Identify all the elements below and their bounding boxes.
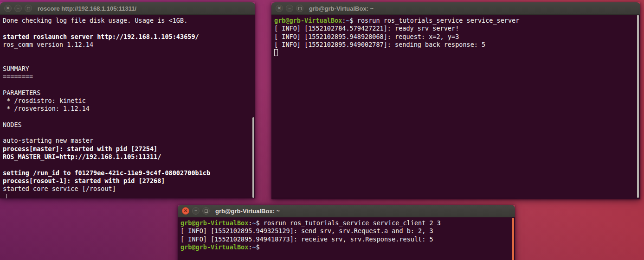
terminal-line: PARAMETERS xyxy=(3,89,255,97)
terminal-text-segment: ~ xyxy=(252,219,256,227)
terminal-text-segment: [ INFO] [1552102895.949002787]: sending … xyxy=(274,41,485,48)
terminal-text-segment: ~ xyxy=(252,243,256,251)
terminal-line xyxy=(3,81,255,89)
terminal-text-segment: [ INFO] [1552102784.579427221]: ready sr… xyxy=(274,25,459,32)
terminal-line xyxy=(274,49,640,57)
terminal-text-segment: * /rosdistro: kinetic xyxy=(3,97,86,104)
terminal-line: [ INFO] [1552102895.948928068]: request:… xyxy=(274,33,640,41)
window-title: grb@grb-VirtualBox: ~ xyxy=(215,208,280,215)
terminal-line: ros_comm version 1.12.14 xyxy=(3,41,255,49)
terminal-cursor xyxy=(3,194,6,198)
terminal-text-segment: Done checking log file disk usage. Usage… xyxy=(3,17,187,24)
terminal-line xyxy=(3,49,255,57)
terminal-line: setting /run_id to f01279ee-421c-11e9-9c… xyxy=(3,169,255,177)
terminal-text-segment: ======== xyxy=(3,73,33,80)
minimize-icon[interactable]: – xyxy=(286,5,293,12)
scrollbar-thumb[interactable] xyxy=(637,15,639,198)
terminal-text-segment: NODES xyxy=(3,121,22,128)
close-icon[interactable]: ✕ xyxy=(276,5,283,12)
titlebar[interactable]: ✕ – roscore http://192.168.1.105:11311/ xyxy=(0,2,255,15)
terminal-text-segment: PARAMETERS xyxy=(3,89,40,96)
terminal-text-segment: $ xyxy=(256,243,260,251)
terminal-line: * /rosdistro: kinetic xyxy=(3,97,255,105)
terminal-text-segment: $ xyxy=(256,219,264,227)
terminal-line: SUMMARY xyxy=(3,65,255,73)
terminal-output[interactable]: Done checking log file disk usage. Usage… xyxy=(0,15,255,198)
terminal-line: [ INFO] [1552102784.579427221]: ready sr… xyxy=(274,25,640,32)
terminal-text-segment: started core service [/rosout] xyxy=(3,185,116,192)
maximize-icon[interactable] xyxy=(296,5,303,12)
terminal-line xyxy=(3,193,255,198)
terminal-text-segment: SUMMARY xyxy=(3,65,29,72)
terminal-line: grb@grb-VirtualBox:~$ xyxy=(180,243,515,251)
terminal-line: started roslaunch server http://192.168.… xyxy=(3,33,255,41)
terminal-line: * /rosversion: 1.12.14 xyxy=(3,105,255,113)
terminal-text-segment: ROS_MASTER_URI=http://192.168.1.105:1131… xyxy=(3,153,161,160)
terminal-window-service-client: ✕ – grb@grb-VirtualBox: ~ grb@grb-Virtua… xyxy=(178,205,515,260)
terminal-line: [ INFO] [1552102895.949418773]: receive … xyxy=(180,235,515,243)
terminal-output[interactable]: grb@grb-VirtualBox:~$ rosrun ros_tutoria… xyxy=(271,15,640,199)
terminal-text-segment: $ xyxy=(350,17,357,24)
terminal-text-segment: grb@grb-VirtualBox xyxy=(274,17,342,24)
close-icon[interactable]: ✕ xyxy=(182,207,189,215)
terminal-line: grb@grb-VirtualBox:~$ rosrun ros_tutoria… xyxy=(274,17,640,25)
terminal-line: ROS_MASTER_URI=http://192.168.1.105:1131… xyxy=(3,153,255,161)
terminal-text-segment: ~ xyxy=(346,17,349,24)
minimize-icon[interactable]: – xyxy=(14,5,22,12)
maximize-icon[interactable] xyxy=(25,5,32,12)
terminal-text-segment: [ INFO] [1552102895.949325129]: send srv… xyxy=(180,227,433,235)
terminal-text-segment: started roslaunch server http://192.168.… xyxy=(3,33,199,40)
terminal-text-segment: * /rosversion: 1.12.14 xyxy=(3,105,90,112)
terminal-text-segment: [ INFO] [1552102895.948928068]: request:… xyxy=(274,33,459,40)
titlebar[interactable]: ✕ – grb@grb-VirtualBox: ~ xyxy=(271,2,640,15)
terminal-window-roscore: ✕ – roscore http://192.168.1.105:11311/ … xyxy=(0,2,255,198)
terminal-line: NODES xyxy=(3,121,255,129)
terminal-text-segment: rosrun ros_tutorials_service service_cli… xyxy=(264,219,441,227)
terminal-text-segment: process[rosout-1]: started with pid [272… xyxy=(3,177,165,184)
ubuntu-desktop: { "colors": { "terminal_bg": "#300A24", … xyxy=(0,0,644,260)
terminal-text-segment: process[master]: started with pid [27254… xyxy=(3,145,157,152)
terminal-text-segment: grb@grb-VirtualBox xyxy=(180,243,248,251)
terminal-line: Done checking log file disk usage. Usage… xyxy=(3,17,255,25)
terminal-line: process[master]: started with pid [27254… xyxy=(3,145,255,153)
terminal-line: [ INFO] [1552102895.949325129]: send srv… xyxy=(180,227,515,235)
terminal-text-segment: rosrun ros_tutorials_service service_ser… xyxy=(357,17,520,24)
scrollbar-thumb[interactable] xyxy=(252,117,254,198)
window-title: roscore http://192.168.1.105:11311/ xyxy=(38,5,136,12)
maximize-icon[interactable] xyxy=(202,207,210,215)
terminal-line xyxy=(3,57,255,64)
terminal-text-segment: auto-starting new master xyxy=(3,137,93,144)
terminal-text-segment: ros_comm version 1.12.14 xyxy=(3,41,93,48)
terminal-line xyxy=(3,161,255,169)
terminal-line xyxy=(3,113,255,121)
close-icon[interactable]: ✕ xyxy=(4,5,12,12)
scrollbar-thumb[interactable] xyxy=(512,218,514,260)
window-title: grb@grb-VirtualBox: ~ xyxy=(309,5,374,12)
terminal-text-segment: setting /run_id to f01279ee-421c-11e9-9c… xyxy=(3,169,210,177)
terminal-line: [ INFO] [1552102895.949002787]: sending … xyxy=(274,41,640,49)
terminal-line: auto-starting new master xyxy=(3,137,255,145)
minimize-icon[interactable]: – xyxy=(192,207,200,215)
terminal-line: started core service [/rosout] xyxy=(3,185,255,193)
terminal-line: process[rosout-1]: started with pid [272… xyxy=(3,177,255,185)
terminal-line xyxy=(3,129,255,137)
terminal-line xyxy=(3,25,255,32)
titlebar[interactable]: ✕ – grb@grb-VirtualBox: ~ xyxy=(178,205,515,217)
terminal-output[interactable]: grb@grb-VirtualBox:~$ rosrun ros_tutoria… xyxy=(178,217,515,260)
terminal-line: ======== xyxy=(3,73,255,81)
terminal-window-service-server: ✕ – grb@grb-VirtualBox: ~ grb@grb-Virtua… xyxy=(271,2,640,199)
terminal-text-segment: grb@grb-VirtualBox xyxy=(180,219,248,227)
terminal-line: grb@grb-VirtualBox:~$ rosrun ros_tutoria… xyxy=(180,219,515,227)
terminal-cursor xyxy=(274,49,278,56)
terminal-text-segment: [ INFO] [1552102895.949418773]: receive … xyxy=(180,235,433,243)
